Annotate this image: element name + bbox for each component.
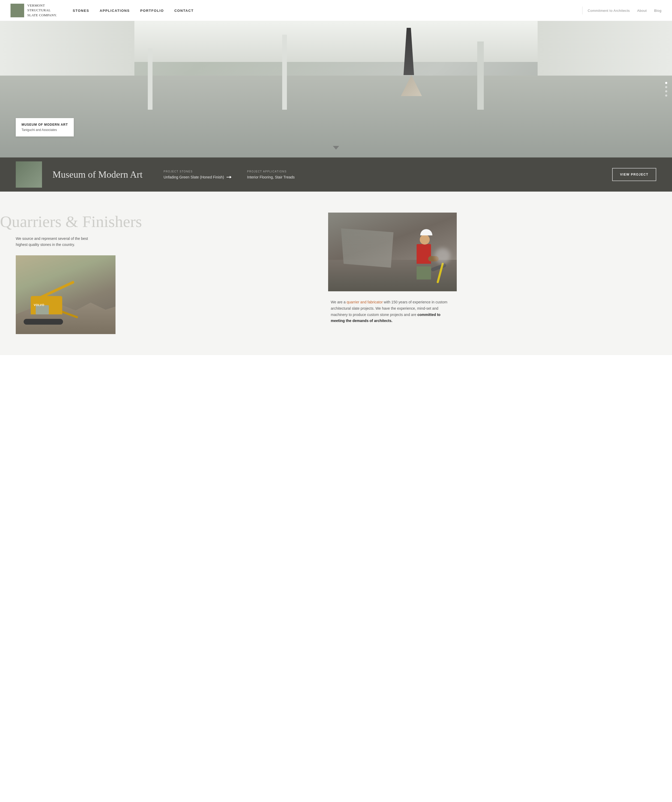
- hero-caption-title: Museum of Modern Art: [21, 123, 68, 126]
- hero-background: [0, 21, 672, 157]
- nav-link-architects[interactable]: Commitment to Architects: [588, 9, 630, 13]
- hero-sculpture: [401, 28, 416, 101]
- logo-link[interactable]: Vermont Structural Slate Company.: [10, 3, 57, 18]
- sculpture-top: [403, 28, 414, 75]
- quarriers-left-col: Quarriers & Finishers We source and repr…: [0, 213, 328, 334]
- nav-link-about[interactable]: About: [637, 9, 647, 13]
- museum-pillar-1: [477, 42, 484, 110]
- nav-link-portfolio[interactable]: Portfolio: [140, 9, 164, 13]
- quarrier-link[interactable]: quarrier and fabricator: [347, 300, 383, 304]
- project-thumb: [16, 162, 42, 188]
- view-project-button[interactable]: View Project: [612, 168, 656, 181]
- quarriers-body-text: We are a quarrier and fabricator with 15…: [331, 299, 454, 324]
- nav-link-blog[interactable]: Blog: [654, 9, 662, 13]
- stones-value: Unfading Green Slate (Honed Finish): [164, 175, 231, 179]
- nav-main-links: Stones Applications Portfolio Contact: [73, 8, 194, 13]
- quarriers-section: Quarriers & Finishers We source and repr…: [0, 192, 672, 355]
- hero-caption: Museum of Modern Art Taniguchi and Assoc…: [16, 118, 74, 136]
- project-title: Museum of Modern Art: [52, 169, 142, 180]
- project-meta: Project Stones Unfading Green Slate (Hon…: [164, 170, 602, 179]
- applications-label: Project Applications: [247, 170, 295, 173]
- excavator-image: VOLVO: [16, 255, 115, 334]
- slide-dot-3[interactable]: [665, 90, 667, 92]
- nav-link-applications[interactable]: Applications: [100, 9, 130, 13]
- museum-column-2: [282, 35, 287, 110]
- stones-arrow-icon: [227, 177, 231, 178]
- nav-secondary-links: Commitment to Architects About Blog: [588, 8, 662, 13]
- slide-dot-2[interactable]: [665, 86, 667, 88]
- main-nav: Vermont Structural Slate Company. Stones…: [0, 0, 672, 21]
- project-applications-col: Project Applications Interior Flooring, …: [247, 170, 295, 179]
- museum-column-1: [148, 48, 152, 110]
- logo-text: Vermont Structural Slate Company.: [27, 3, 57, 18]
- project-section: Museum of Modern Art Project Stones Unfa…: [0, 157, 672, 192]
- logo-square: [10, 4, 24, 17]
- applications-value: Interior Flooring, Stair Treads: [247, 175, 295, 179]
- project-stones-col: Project Stones Unfading Green Slate (Hon…: [164, 170, 231, 179]
- slide-dot-1[interactable]: [665, 82, 667, 84]
- scroll-arrow: [333, 146, 339, 150]
- nav-link-stones[interactable]: Stones: [73, 9, 89, 13]
- slide-dot-4[interactable]: [665, 94, 667, 97]
- quarriers-right-text: We are a quarrier and fabricator with 15…: [328, 291, 454, 324]
- quarriers-right-col: We are a quarrier and fabricator with 15…: [328, 213, 656, 334]
- quarriers-subtext: We source and represent several of the b…: [16, 236, 100, 247]
- nav-link-contact[interactable]: Contact: [174, 9, 194, 13]
- quarriers-heading: Quarriers & Finishers: [0, 213, 317, 230]
- stones-label: Project Stones: [164, 170, 231, 173]
- museum-interior: [0, 21, 672, 157]
- slide-dots: [665, 82, 667, 97]
- museum-floor: [0, 76, 672, 157]
- worker-image: [328, 213, 457, 291]
- hero-section: Museum of Modern Art Taniguchi and Assoc…: [0, 21, 672, 157]
- nav-divider: [582, 6, 583, 15]
- hero-caption-subtitle: Taniguchi and Associates: [21, 128, 68, 132]
